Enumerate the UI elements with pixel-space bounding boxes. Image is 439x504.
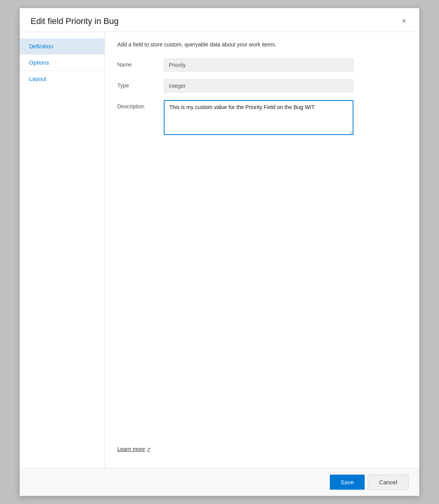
type-label: Type: [117, 79, 164, 89]
name-label: Name: [117, 58, 164, 68]
dialog-body: Definition Options Layout Add a field to…: [20, 32, 419, 468]
cancel-button[interactable]: Cancel: [368, 475, 408, 490]
save-button[interactable]: Save: [330, 475, 365, 490]
name-row: Name Priority: [117, 58, 407, 72]
learn-more-section: Learn more ↗: [117, 433, 407, 459]
description-textarea[interactable]: [164, 100, 353, 135]
name-input: Priority: [164, 58, 353, 72]
learn-more-link[interactable]: Learn more ↗: [117, 446, 151, 452]
close-button[interactable]: ×: [400, 16, 408, 26]
sidebar-item-definition[interactable]: Definition: [20, 38, 105, 55]
description-row: Description: [117, 100, 407, 135]
edit-field-dialog: Edit field Priority in Bug × Definition …: [19, 8, 420, 496]
external-link-icon: ↗: [147, 446, 151, 452]
type-row: Type Integer: [117, 79, 407, 92]
dialog-title: Edit field Priority in Bug: [31, 16, 118, 27]
content-description: Add a field to store custom, queryable d…: [117, 41, 407, 48]
content-area: Add a field to store custom, queryable d…: [105, 32, 419, 468]
type-input: Integer: [164, 79, 353, 92]
description-label: Description: [117, 100, 164, 109]
sidebar: Definition Options Layout: [20, 32, 105, 468]
form-section: Name Priority Type Integer Description: [117, 58, 407, 143]
sidebar-item-layout[interactable]: Layout: [20, 71, 105, 87]
dialog-footer: Save Cancel: [20, 468, 419, 496]
dialog-header: Edit field Priority in Bug ×: [20, 8, 419, 32]
sidebar-item-options[interactable]: Options: [20, 55, 105, 71]
